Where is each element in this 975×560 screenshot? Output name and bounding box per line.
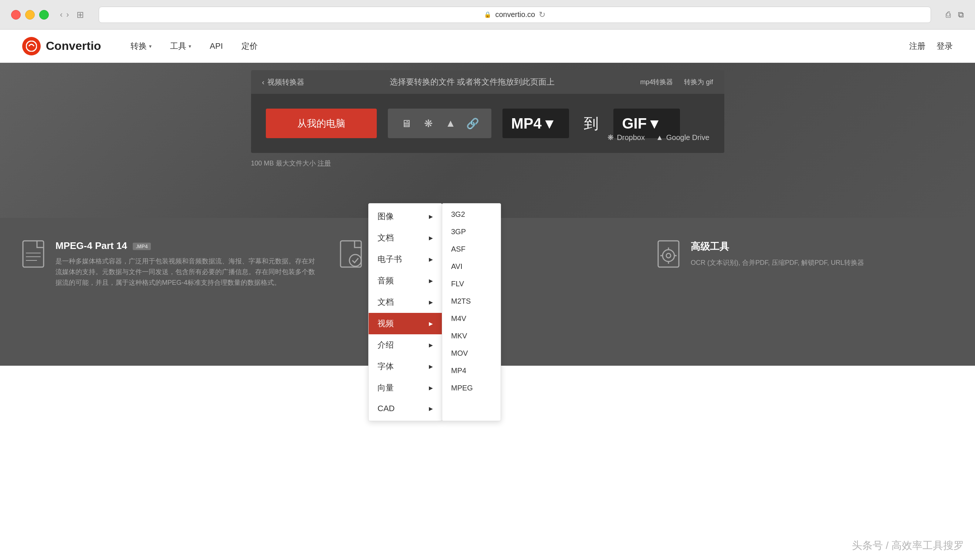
format-from-text: MP4 (511, 115, 542, 132)
video-format-3g2[interactable]: 3G2 (442, 206, 501, 223)
format-to-chevron: ▾ (651, 115, 658, 132)
chevron-down-icon: ▾ (149, 43, 152, 49)
browser-chrome: ‹ › ⊞ 🔒 convertio.co ↻ ⎙ ⧉ (0, 0, 975, 30)
pip-button[interactable]: ⧉ (958, 10, 964, 20)
logo-text: Convertio (46, 39, 101, 53)
info-text-advanced: OCR (文本识别), 合并PDF, 压缩PDF, 解锁PDF, URL转换器 (691, 257, 953, 268)
nav-item-convert[interactable]: 转换 ▾ (130, 41, 152, 52)
format-dropdown-overlay: 图像 ▶ 文档 ▶ 电子书 ▶ 音频 ▶ 文档 ▶ 视频 ▶ (368, 203, 501, 421)
dropbox-link-icon: ❋ (607, 133, 614, 142)
browser-actions: ⎙ ⧉ (946, 10, 964, 20)
tools-icon (657, 240, 680, 273)
format-badge: .MP4 (133, 243, 151, 250)
info-title-mp4: MPEG-4 Part 14 .MP4 (55, 240, 318, 252)
cloud-links: ❋ Dropbox ▲ Google Drive (607, 133, 709, 142)
svg-point-6 (350, 255, 361, 266)
dropdown-item-font[interactable]: 字体 ▶ (369, 356, 442, 377)
format-from-chevron: ▾ (545, 115, 553, 132)
video-format-m4v[interactable]: M4V (442, 310, 501, 327)
dropbox-save-link[interactable]: ❋ Dropbox (607, 133, 645, 142)
nav-login[interactable]: 登录 (937, 41, 953, 52)
converter-widget: ‹ 视频转换器 选择要转换的文件 或者将文件拖放到此页面上 mp4转换器 转换为… (251, 70, 724, 168)
source-icons: 🖥 ❋ ▲ 🔗 (388, 108, 492, 138)
video-format-flv[interactable]: FLV (442, 275, 501, 293)
converter-bar: ‹ 视频转换器 选择要转换的文件 或者将文件拖放到此页面上 mp4转换器 转换为… (251, 70, 724, 94)
dropdown-item-video[interactable]: 视频 ▶ (369, 313, 442, 334)
chevron-down-icon: ▾ (189, 43, 191, 49)
back-button[interactable]: ‹ (60, 10, 62, 20)
gdrive-icon[interactable]: ▲ (443, 116, 458, 131)
watermark: 头条号 / 高效率工具搜罗 (852, 538, 964, 553)
maximize-button[interactable] (39, 10, 49, 20)
arrow-icon: ▶ (429, 213, 433, 219)
logo-icon (22, 37, 41, 55)
file-size-note: 100 MB 最大文件大小 注册 (251, 159, 724, 168)
video-format-3gp[interactable]: 3GP (442, 223, 501, 240)
format-to-text: GIF (622, 115, 647, 132)
svg-rect-1 (23, 241, 43, 267)
traffic-lights (11, 10, 49, 20)
arrow-icon: ▶ (429, 406, 433, 412)
svg-point-8 (662, 250, 674, 262)
nav-item-pricing[interactable]: 定价 (241, 41, 258, 52)
file-icon (22, 240, 44, 273)
gdrive-save-link[interactable]: ▲ Google Drive (656, 133, 709, 142)
forward-button[interactable]: › (66, 10, 69, 20)
video-format-mkv[interactable]: MKV (442, 327, 501, 345)
nav-item-tools[interactable]: 工具 ▾ (170, 41, 191, 52)
link-icon[interactable]: 🔗 (465, 116, 480, 131)
convert-to-gif-link[interactable]: 转换为 gif (684, 78, 713, 87)
video-format-mpeg[interactable]: MPEG (442, 379, 501, 397)
screen-icon[interactable]: 🖥 (399, 116, 414, 131)
dropdown-item-ebook[interactable]: 电子书 ▶ (369, 248, 442, 270)
address-bar[interactable]: 🔒 convertio.co ↻ (99, 7, 931, 23)
logo[interactable]: Convertio (22, 37, 101, 55)
arrow-icon: ▶ (429, 299, 433, 305)
lock-icon: 🔒 (484, 11, 492, 18)
dropdown-item-image[interactable]: 图像 ▶ (369, 206, 442, 227)
info-title-advanced: 高级工具 (691, 240, 953, 253)
converter-links: mp4转换器 转换为 gif (640, 78, 713, 87)
video-format-m2ts[interactable]: M2TS (442, 293, 501, 310)
checklist-icon (340, 240, 362, 273)
format-from-selector[interactable]: MP4 ▾ (502, 108, 569, 138)
sidebar-button[interactable]: ⊞ (77, 10, 84, 20)
refresh-button[interactable]: ↻ (539, 10, 545, 20)
website: Convertio 转换 ▾ 工具 ▾ API 定价 注册 登录 (0, 30, 975, 560)
dropdown-item-document2[interactable]: 文档 ▶ (369, 292, 442, 313)
converter-hint: 选择要转换的文件 或者将文件拖放到此页面上 (304, 77, 640, 88)
minimize-button[interactable] (25, 10, 35, 20)
video-format-avi[interactable]: AVI (442, 258, 501, 275)
arrow-icon: ▶ (429, 235, 433, 241)
info-card-advanced: 高级工具 OCR (文本识别), 合并PDF, 压缩PDF, 解锁PDF, UR… (657, 240, 953, 343)
arrow-icon: ▶ (429, 363, 433, 369)
info-text-mp4: 是一种多媒体格式容器，广泛用于包装视频和音频数据流、海报、字幕和元数据。存在对流… (55, 256, 318, 288)
arrow-icon: ▶ (429, 278, 433, 284)
svg-point-9 (666, 253, 671, 258)
dropdown-item-document1[interactable]: 文档 ▶ (369, 227, 442, 248)
arrow-icon: ▶ (429, 342, 433, 348)
register-link[interactable]: 注册 (318, 160, 331, 167)
share-button[interactable]: ⎙ (946, 10, 951, 20)
nav-menu: 转换 ▾ 工具 ▾ API 定价 (130, 41, 258, 52)
mp4-converter-link[interactable]: mp4转换器 (640, 78, 673, 87)
info-content-mp4: MPEG-4 Part 14 .MP4 是一种多媒体格式容器，广泛用于包装视频和… (55, 240, 318, 288)
hero-bg: ‹ 视频转换器 选择要转换的文件 或者将文件拖放到此页面上 mp4转换器 转换为… (0, 63, 975, 218)
nav-item-api[interactable]: API (210, 42, 222, 51)
dropdown-item-audio[interactable]: 音频 ▶ (369, 270, 442, 292)
dropdown-item-cad[interactable]: CAD ▶ (369, 398, 442, 418)
close-button[interactable] (11, 10, 21, 20)
back-to-converter[interactable]: ‹ 视频转换器 (262, 77, 305, 87)
main-dropdown-menu: 图像 ▶ 文档 ▶ 电子书 ▶ 音频 ▶ 文档 ▶ 视频 ▶ (368, 203, 442, 421)
nav-buttons: ‹ › (60, 10, 69, 20)
top-nav: Convertio 转换 ▾ 工具 ▾ API 定价 注册 登录 (0, 30, 975, 63)
video-format-mov[interactable]: MOV (442, 345, 501, 362)
video-format-asf[interactable]: ASF (442, 240, 501, 258)
dropbox-icon[interactable]: ❋ (421, 116, 436, 131)
arrow-icon: ▶ (429, 321, 433, 327)
dropdown-item-presentation[interactable]: 介绍 ▶ (369, 334, 442, 356)
video-format-mp4[interactable]: MP4 (442, 362, 501, 379)
upload-button[interactable]: 从我的电脑 (266, 108, 377, 138)
nav-register[interactable]: 注册 (909, 41, 925, 52)
dropdown-item-vector[interactable]: 向量 ▶ (369, 377, 442, 398)
